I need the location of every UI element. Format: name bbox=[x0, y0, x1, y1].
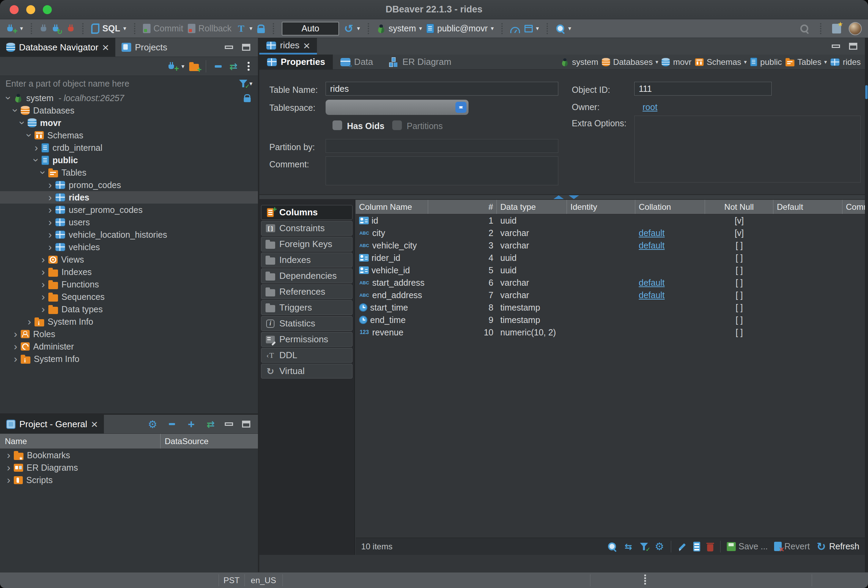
chevron-down-icon[interactable] bbox=[357, 25, 360, 32]
collation-link[interactable]: default bbox=[639, 228, 665, 238]
maximize-window-button[interactable] bbox=[43, 5, 52, 14]
chevron-down-icon[interactable] bbox=[249, 25, 252, 32]
table-row[interactable]: id 1 uuid [v] bbox=[356, 214, 865, 227]
expander-icon[interactable] bbox=[10, 329, 21, 339]
close-window-button[interactable] bbox=[10, 5, 19, 14]
expander-icon[interactable] bbox=[3, 93, 14, 103]
editor-tab-rides[interactable]: rides bbox=[259, 38, 317, 55]
tree-item[interactable]: Views bbox=[0, 253, 258, 266]
chevron-down-icon[interactable] bbox=[744, 59, 747, 65]
link-with-editor-icon[interactable] bbox=[228, 62, 239, 71]
compare-button[interactable] bbox=[524, 25, 539, 32]
chevron-down-icon[interactable] bbox=[568, 25, 571, 32]
expander-icon[interactable] bbox=[38, 304, 48, 314]
subtab-item[interactable]: Columns bbox=[261, 205, 353, 220]
gear-icon[interactable] bbox=[148, 419, 158, 429]
extra-options-box[interactable] bbox=[634, 116, 861, 183]
table-row[interactable]: revenue 10 numeric(10, 2) [ ] bbox=[356, 326, 865, 339]
expand-all-icon[interactable] bbox=[186, 419, 196, 429]
lock-button[interactable] bbox=[257, 24, 265, 34]
expander-icon[interactable] bbox=[10, 105, 21, 116]
tree-item[interactable]: Administer bbox=[0, 340, 258, 353]
table-row[interactable]: start_address 6 varchar default [ ] bbox=[356, 276, 865, 289]
connect-button[interactable] bbox=[40, 24, 47, 34]
owner-link[interactable]: root bbox=[642, 102, 657, 112]
table-row[interactable]: vehicle_city 3 varchar default [ ] bbox=[356, 239, 865, 252]
chevron-down-icon[interactable] bbox=[20, 25, 23, 32]
tree-item[interactable]: Functions bbox=[0, 278, 258, 290]
breadcrumb-item[interactable]: system bbox=[560, 57, 598, 67]
search-button[interactable] bbox=[555, 24, 571, 34]
has-oids-checkbox[interactable] bbox=[332, 121, 342, 130]
refresh-button[interactable]: Refresh bbox=[816, 541, 859, 551]
tree-item[interactable]: system - localhost:26257 bbox=[0, 92, 258, 104]
sql-editor-button[interactable]: SQL bbox=[91, 24, 126, 34]
table-name-input[interactable]: rides bbox=[326, 82, 558, 96]
tree-item[interactable]: vehicle_location_histories bbox=[0, 228, 258, 241]
chevron-down-icon[interactable] bbox=[655, 59, 658, 65]
expander-icon[interactable] bbox=[31, 143, 41, 153]
partition-by-input[interactable] bbox=[326, 139, 558, 153]
editor-scrollbar[interactable] bbox=[865, 38, 868, 572]
revert-button[interactable]: Revert bbox=[774, 541, 810, 551]
chevron-down-icon[interactable] bbox=[536, 25, 539, 32]
minimize-panel-icon[interactable] bbox=[225, 422, 233, 426]
header-collation[interactable]: Collation bbox=[635, 200, 705, 214]
transaction-history-button[interactable] bbox=[344, 24, 360, 34]
delete-icon[interactable] bbox=[706, 542, 714, 551]
column-header-name[interactable]: Name bbox=[0, 434, 161, 449]
tab-projects[interactable]: Projects bbox=[115, 38, 174, 57]
breadcrumb-item[interactable]: movr bbox=[661, 57, 691, 67]
tree-item[interactable]: Indexes bbox=[0, 266, 258, 278]
tab-project-general[interactable]: Project - General bbox=[0, 415, 104, 433]
tree-item[interactable]: user_promo_codes bbox=[0, 203, 258, 216]
view-menu-icon[interactable] bbox=[244, 62, 254, 71]
view-tab[interactable]: ER Diagram bbox=[381, 55, 459, 69]
subtab-item[interactable]: References bbox=[261, 284, 353, 299]
expander-icon[interactable] bbox=[38, 279, 48, 289]
columns-config-icon[interactable] bbox=[693, 542, 700, 551]
expander-icon[interactable] bbox=[3, 450, 14, 460]
table-row[interactable]: end_address 7 varchar default [ ] bbox=[356, 289, 865, 301]
table-row[interactable]: city 2 varchar default [v] bbox=[356, 227, 865, 239]
quick-search-icon[interactable] bbox=[800, 24, 809, 34]
header-column-name[interactable]: Column Name bbox=[356, 200, 428, 214]
minimize-panel-icon[interactable] bbox=[225, 46, 233, 49]
new-connection-button[interactable] bbox=[167, 61, 185, 71]
expander-icon[interactable] bbox=[38, 167, 48, 178]
expander-icon[interactable] bbox=[10, 341, 21, 352]
new-window-icon[interactable] bbox=[832, 24, 841, 34]
tree-item[interactable]: public bbox=[0, 154, 258, 167]
user-avatar[interactable] bbox=[849, 22, 862, 35]
expander-icon[interactable] bbox=[38, 267, 48, 277]
tree-item[interactable]: crdb_internal bbox=[0, 141, 258, 154]
maximize-panel-icon[interactable] bbox=[849, 43, 857, 50]
table-row[interactable]: end_time 9 timestamp [ ] bbox=[356, 314, 865, 326]
breadcrumb-item[interactable]: public bbox=[750, 57, 782, 67]
expander-icon[interactable] bbox=[38, 254, 48, 265]
tree-item[interactable]: Roles bbox=[0, 328, 258, 340]
close-icon[interactable] bbox=[102, 41, 109, 53]
collapse-all-icon[interactable] bbox=[213, 62, 223, 71]
expander-icon[interactable] bbox=[45, 180, 55, 190]
maximize-panel-icon[interactable] bbox=[242, 44, 250, 51]
header-comment[interactable]: Comment bbox=[843, 200, 865, 214]
subtab-item[interactable]: Permissions bbox=[261, 332, 353, 347]
subtab-item[interactable]: Triggers bbox=[261, 300, 353, 315]
collation-link[interactable]: default bbox=[639, 278, 665, 288]
active-connection-select[interactable]: system bbox=[377, 24, 422, 34]
close-icon[interactable] bbox=[91, 418, 98, 430]
expander-icon[interactable] bbox=[24, 130, 34, 140]
view-tab[interactable]: Data bbox=[333, 55, 381, 69]
scrollbar-thumb[interactable] bbox=[865, 85, 868, 99]
expander-icon[interactable] bbox=[38, 292, 48, 302]
project-item[interactable]: ER Diagrams bbox=[0, 461, 258, 474]
new-folder-icon[interactable] bbox=[189, 64, 199, 71]
active-database-select[interactable]: public@movr bbox=[427, 24, 494, 34]
collapse-up-icon[interactable] bbox=[554, 195, 564, 199]
chevron-down-icon[interactable] bbox=[181, 63, 185, 70]
sync-icon[interactable] bbox=[623, 542, 633, 551]
reconnect-button[interactable] bbox=[52, 24, 62, 34]
header-identity[interactable]: Identity bbox=[567, 200, 635, 214]
subtab-item[interactable]: Indexes bbox=[261, 253, 353, 267]
